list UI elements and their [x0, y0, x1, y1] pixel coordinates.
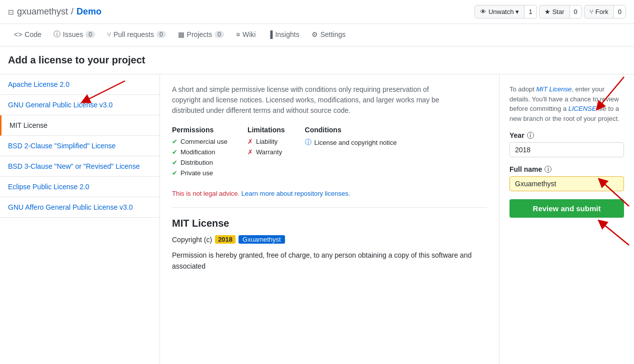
year-info-icon[interactable]: i: [527, 132, 534, 139]
repo-actions: 👁 Unwatch ▾ 1 ★ Star 0 ⑂ Fork 0: [474, 5, 626, 18]
agpl-license-link[interactable]: GNU Affero General Public License v3.0: [8, 203, 133, 211]
pr-badge: 0: [156, 31, 166, 38]
right-panel: To adopt MIT License, enter your details…: [499, 74, 634, 364]
unwatch-group: 👁 Unwatch ▾ 1: [474, 5, 537, 18]
check-icon: ✔: [172, 169, 178, 177]
permissions-grid: Permissions ✔ Commercial use ✔ Modificat…: [172, 126, 487, 180]
perm-private: ✔ Private use: [172, 169, 228, 177]
permissions-title: Permissions: [172, 126, 228, 134]
tab-insights[interactable]: ▐ Insights: [262, 24, 305, 46]
limitations-title: Limitations: [248, 126, 285, 134]
limitations-col: Limitations ✗ Liability ✗ Warranty: [248, 126, 285, 180]
perm-modification: ✔ Modification: [172, 148, 228, 156]
issues-icon: ⓘ: [54, 30, 60, 39]
check-icon: ✔: [172, 159, 178, 166]
conditions-title: Conditions: [305, 126, 397, 134]
check-icon: ✔: [172, 148, 178, 156]
info-icon: ⓘ: [305, 138, 312, 147]
settings-icon: ⚙: [312, 30, 318, 38]
issues-badge: 0: [86, 31, 95, 38]
tab-settings[interactable]: ⚙ Settings: [306, 24, 352, 46]
insights-icon: ▐: [268, 30, 272, 38]
license-item-bsd2[interactable]: BSD 2-Clause "Simplified" License: [0, 136, 160, 156]
license-text-title: MIT License: [172, 218, 487, 229]
star-count: 0: [570, 5, 582, 18]
limit-liability: ✗ Liability: [248, 138, 285, 145]
check-icon: ✔: [172, 138, 178, 145]
license-item-apache[interactable]: Apache License 2.0: [0, 74, 160, 95]
license-description: A short and simple permissive license wi…: [172, 84, 452, 116]
cond-copyright: ⓘ License and copyright notice: [305, 138, 397, 147]
bsd3-license-link[interactable]: BSD 3-Clause "New" or "Revised" License: [8, 162, 140, 170]
license-item-bsd3[interactable]: BSD 3-Clause "New" or "Revised" License: [0, 156, 160, 177]
fullname-form-group: Full name i: [510, 165, 624, 191]
repo-icon: ⊡: [8, 8, 14, 16]
fork-count: 0: [614, 5, 626, 18]
permissions-col: Permissions ✔ Commercial use ✔ Modificat…: [172, 126, 228, 180]
mit-license-label: MIT License: [10, 121, 48, 129]
main-content: A short and simple permissive license wi…: [160, 74, 499, 364]
fullname-info-icon[interactable]: i: [544, 166, 552, 173]
unwatch-button[interactable]: 👁 Unwatch ▾: [475, 5, 524, 18]
fullname-label: Full name i: [510, 165, 624, 173]
license-item-agpl[interactable]: GNU Affero General Public License v3.0: [0, 197, 160, 218]
copyright-line: Copyright (c) 2018 Gxuamethyst: [172, 235, 487, 244]
star-button[interactable]: ★ Star: [540, 5, 570, 18]
code-icon: <>: [14, 30, 22, 38]
repo-title: ⊡ gxuamethyst / Demo: [8, 6, 102, 17]
eclipse-license-link[interactable]: Eclipse Public License 2.0: [8, 183, 90, 191]
panel-description: To adopt MIT License, enter your details…: [510, 84, 624, 123]
perm-distribution: ✔ Distribution: [172, 159, 228, 166]
limit-warranty: ✗ Warranty: [248, 148, 285, 156]
projects-badge: 0: [214, 31, 224, 38]
review-submit-button[interactable]: Review and submit: [510, 199, 624, 218]
pr-icon: ⑂: [107, 30, 111, 38]
gpl3-license-link[interactable]: GNU General Public License v3.0: [8, 101, 112, 109]
learn-more-link[interactable]: Learn more about repository licenses.: [242, 190, 350, 197]
fork-button[interactable]: ⑂ Fork: [584, 5, 614, 18]
bsd2-license-link[interactable]: BSD 2-Clause "Simplified" License: [8, 142, 116, 150]
repo-name[interactable]: Demo: [76, 6, 102, 17]
year-form-group: Year i: [510, 131, 624, 157]
year-input[interactable]: [510, 142, 624, 157]
year-label: Year i: [510, 131, 624, 139]
content-divider: [172, 207, 487, 208]
fork-group: ⑂ Fork 0: [584, 5, 626, 18]
top-bar: ⊡ gxuamethyst / Demo 👁 Unwatch ▾ 1 ★ Sta…: [0, 0, 634, 24]
unwatch-count: 1: [524, 5, 536, 18]
license-body: Permission is hereby granted, free of ch…: [172, 250, 487, 272]
fork-icon: ⑂: [590, 8, 594, 15]
star-icon: ★: [544, 8, 550, 15]
page-header: Add a license to your project: [0, 46, 634, 74]
content-area: Apache License 2.0 GNU General Public Li…: [0, 74, 634, 364]
chevron-icon: ▾: [516, 8, 519, 15]
fullname-input[interactable]: [510, 176, 624, 191]
license-item-mit[interactable]: MIT License: [0, 115, 160, 136]
license-sidebar: Apache License 2.0 GNU General Public Li…: [0, 74, 160, 364]
page-title: Add a license to your project: [8, 54, 146, 65]
tab-code[interactable]: <> Code: [8, 24, 48, 46]
repo-owner: gxuamethyst: [17, 6, 68, 17]
tab-wiki[interactable]: ≡ Wiki: [230, 24, 262, 46]
tab-pull-requests[interactable]: ⑂ Pull requests 0: [101, 24, 172, 46]
cross-icon: ✗: [248, 138, 253, 145]
name-badge: Gxuamethyst: [238, 235, 285, 244]
cross-icon: ✗: [248, 148, 253, 156]
conditions-col: Conditions ⓘ License and copyright notic…: [305, 126, 397, 180]
tab-projects[interactable]: ▦ Projects 0: [172, 24, 230, 46]
year-badge: 2018: [215, 235, 236, 244]
panel-file-link[interactable]: LICENSE: [568, 105, 596, 112]
legal-notice: This is not legal advice. Learn more abo…: [172, 190, 487, 197]
nav-tabs: <> Code ⓘ Issues 0 ⑂ Pull requests 0 ▦ P…: [0, 24, 634, 46]
tab-issues[interactable]: ⓘ Issues 0: [48, 24, 101, 46]
wiki-icon: ≡: [236, 30, 240, 38]
license-item-eclipse[interactable]: Eclipse Public License 2.0: [0, 177, 160, 197]
star-group: ★ Star 0: [539, 5, 582, 18]
copyright-label: Copyright (c): [172, 236, 212, 244]
eye-icon: 👁: [480, 8, 486, 15]
projects-icon: ▦: [178, 30, 184, 38]
license-item-gpl3[interactable]: GNU General Public License v3.0: [0, 95, 160, 115]
panel-license-link[interactable]: MIT License: [536, 85, 572, 93]
apache-license-link[interactable]: Apache License 2.0: [8, 80, 70, 88]
perm-commercial: ✔ Commercial use: [172, 138, 228, 145]
